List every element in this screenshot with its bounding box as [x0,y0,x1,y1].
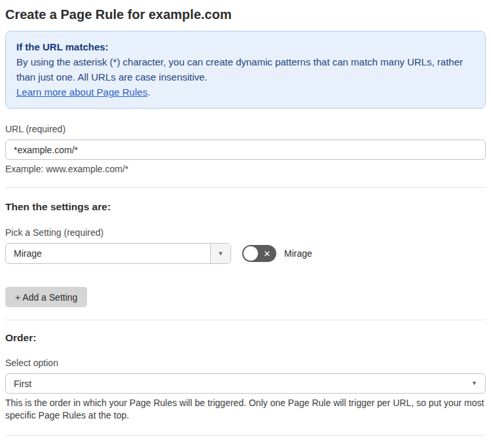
order-select[interactable]: First ▼ [5,373,486,394]
toggle-x-icon: ✕ [260,245,274,262]
setting-picker-label: Pick a Setting (required) [5,227,486,238]
info-box-link-line: Learn more about Page Rules. [16,84,475,100]
page-title: Create a Page Rule for example.com [5,5,486,24]
link-suffix: . [147,86,150,98]
toggle-label: Mirage [284,248,312,259]
url-example-hint: Example: www.example.com/* [5,164,486,175]
add-setting-button[interactable]: + Add a Setting [5,287,87,307]
order-select-value: First [6,379,471,389]
order-select-label: Select option [5,358,486,369]
setting-select-arrow-button[interactable]: ▼ [210,244,230,263]
mirage-toggle[interactable]: ✕ [242,245,276,262]
toggle-knob [244,246,258,261]
order-section-heading: Order: [5,331,486,344]
order-select-arrow: ▼ [471,381,485,386]
divider [5,435,486,436]
url-input[interactable] [5,140,486,160]
chevron-down-icon: ▼ [471,381,477,386]
divider [5,187,486,188]
setting-select[interactable]: Mirage ▼ [5,243,231,264]
info-box-heading: If the URL matches: [16,39,475,54]
divider [5,320,486,320]
settings-section-heading: Then the settings are: [5,200,486,213]
setting-row: Mirage ▼ ✕ Mirage [5,243,486,264]
order-help-text: This is the order in which your Page Rul… [5,397,486,422]
url-field-label: URL (required) [5,124,486,135]
chevron-down-icon: ▼ [218,251,224,257]
url-match-info-box: If the URL matches: By using the asteris… [5,31,486,109]
learn-more-link[interactable]: Learn more about Page Rules [16,86,147,98]
info-box-body: By using the asterisk (*) character, you… [16,54,475,84]
page-rule-form: Create a Page Rule for example.com If th… [0,0,491,448]
setting-select-value: Mirage [6,248,210,259]
